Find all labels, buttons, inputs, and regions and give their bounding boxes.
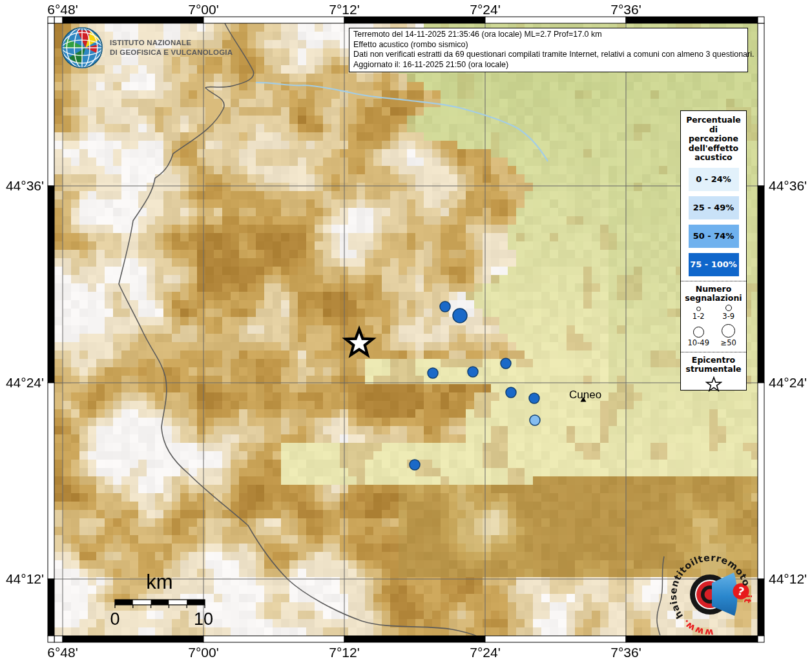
event-info-box: Terremoto del 14-11-2025 21:35:46 (ora l… [349, 28, 748, 72]
top-axis-label: 7°00' [188, 2, 218, 17]
right-axis-label: 44°12' [769, 571, 807, 587]
top-axis-label: 7°36' [610, 2, 641, 17]
city-label-cuneo: Cuneo [569, 389, 601, 402]
count-circle-3-9 [725, 305, 732, 311]
legend-swatch-0-24: 0 - 24% [689, 168, 739, 191]
left-axis-label: 44°24' [1, 375, 44, 391]
legend-separator [681, 352, 746, 352]
scalebar-start-label: 0 [110, 609, 120, 629]
count-label: 3-9 [722, 312, 734, 321]
top-axis-label: 7°12' [329, 2, 359, 17]
left-axis-label: 44°36' [1, 178, 44, 194]
event-info-line4: Aggiornato il: 16-11-2025 21:50 (ora loc… [353, 60, 744, 70]
event-info-line2: Effetto acustico (rombo sismico) [353, 40, 744, 50]
legend-swatch-label: 50 - 74% [693, 231, 734, 241]
right-axis-label: 44°24' [769, 375, 807, 391]
count-label: ≥50 [721, 338, 736, 347]
ingv-name-line2: DI GEOFISICA E VULCANOLOGIA [110, 48, 233, 57]
legend-swatch-label: 75 - 100% [690, 259, 737, 269]
bottom-axis-label: 7°36' [610, 645, 641, 660]
ingv-globe-icon [61, 26, 103, 69]
scalebar-unit-label: km [146, 571, 172, 594]
legend-epicenter-title: Epicentro strumentale [683, 356, 744, 374]
count-circle-50plus [722, 324, 735, 338]
legend-swatch-label: 25 - 49% [693, 203, 734, 212]
legend-count-symbols: 1-2 3-9 10-49 ≥50 [683, 305, 744, 347]
terrain-relief-map [54, 23, 758, 636]
count-label: 1-2 [692, 312, 705, 321]
bottom-axis-label: 7°24' [470, 645, 500, 660]
scalebar-end-label: 10 [194, 609, 213, 629]
legend-separator [681, 281, 746, 281]
right-axis-label: 44°36' [769, 178, 807, 194]
legend-swatch-label: 0 - 24% [696, 174, 731, 184]
legend-swatch-25-49: 25 - 49% [689, 196, 739, 219]
bottom-axis-label: 6°48' [47, 645, 78, 660]
map-legend: Percentuale di percezione dell'effetto a… [680, 110, 747, 391]
legend-swatch-75-100: 75 - 100% [689, 253, 739, 276]
event-info-line1: Terremoto del 14-11-2025 21:35:46 (ora l… [353, 30, 744, 40]
legend-count-title: Numero segnalazioni [683, 285, 744, 303]
bottom-axis-label: 7°12' [329, 645, 359, 660]
legend-percent-title: Percentuale di percezione dell'effetto a… [683, 116, 744, 163]
bottom-axis-label: 7°00' [188, 645, 218, 660]
count-label: 10-49 [688, 338, 709, 347]
count-circle-1-2 [696, 307, 701, 311]
top-axis-label: 6°48' [47, 2, 78, 17]
ingv-name-line1: ISTITUTO NAZIONALE [110, 38, 233, 48]
count-circle-10-49 [693, 327, 704, 338]
ingv-logo: ISTITUTO NAZIONALE DI GEOFISICA E VULCAN… [61, 26, 233, 69]
left-axis-label: 44°12' [1, 571, 44, 587]
top-axis-label: 7°24' [470, 2, 500, 17]
epicenter-star-icon [705, 376, 722, 392]
legend-swatch-50-74: 50 - 74% [689, 225, 739, 248]
earthquake-felt-map: ? www. haisentitoilterremoto .it 6°48' 7… [0, 0, 812, 661]
event-info-line3: Dati non verificati estratti da 69 quest… [353, 50, 744, 60]
